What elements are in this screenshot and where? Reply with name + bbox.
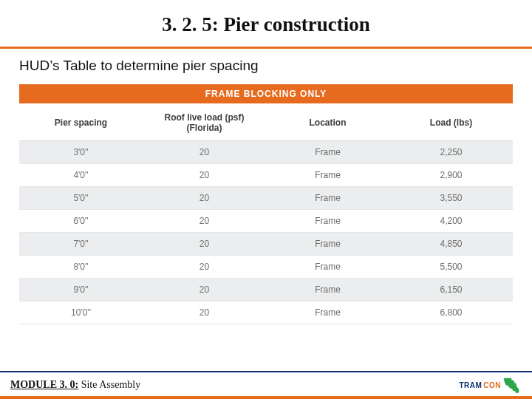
table-banner: FRAME BLOCKING ONLY <box>19 84 513 105</box>
table-row: 9'0'' 20 Frame 6,150 <box>19 279 513 301</box>
title-area: 3. 2. 5: Pier construction <box>0 0 532 42</box>
table-row: 10'0'' 20 Frame 6,800 <box>19 301 513 324</box>
table-header-row: Pier spacing Roof live load (psf) (Flori… <box>19 105 513 141</box>
cell: Frame <box>266 301 389 324</box>
cell: 5,500 <box>389 256 513 279</box>
footer: MODULE 3. 0: Site Assembly TRAMCON <box>0 371 532 399</box>
cell: 6,800 <box>389 301 513 324</box>
cell: Frame <box>266 164 389 187</box>
logo-text-b: CON <box>483 381 501 389</box>
cell: 7'0'' <box>19 233 143 256</box>
cell: 9'0'' <box>19 279 143 301</box>
cell: 20 <box>143 141 266 164</box>
col-header: Location <box>266 105 389 141</box>
cell: Frame <box>266 141 389 164</box>
subtitle: HUD’s Table to determine pier spacing <box>19 58 513 74</box>
cell: 5'0'' <box>19 187 143 210</box>
cell: Frame <box>266 279 389 301</box>
cell: 3,550 <box>389 187 513 210</box>
cell: 4,850 <box>389 233 513 256</box>
logo: TRAMCON <box>459 376 522 394</box>
table-row: 5'0'' 20 Frame 3,550 <box>19 187 513 210</box>
footer-bar: MODULE 3. 0: Site Assembly TRAMCON <box>0 371 532 396</box>
table-row: 6'0'' 20 Frame 4,200 <box>19 210 513 233</box>
cell: 20 <box>143 210 266 233</box>
cell: 20 <box>143 164 266 187</box>
florida-icon <box>502 376 522 394</box>
cell: 4'0'' <box>19 164 143 187</box>
module-suffix: Site Assembly <box>78 379 140 390</box>
table-row: 4'0'' 20 Frame 2,900 <box>19 164 513 187</box>
cell: Frame <box>266 233 389 256</box>
cell: 4,200 <box>389 210 513 233</box>
cell: 20 <box>143 256 266 279</box>
module-prefix: MODULE 3. 0: <box>10 379 78 390</box>
cell: 3'0'' <box>19 141 143 164</box>
table-row: 7'0'' 20 Frame 4,850 <box>19 233 513 256</box>
module-label: MODULE 3. 0: Site Assembly <box>10 379 140 391</box>
footer-underline <box>0 396 532 399</box>
cell: 8'0'' <box>19 256 143 279</box>
col-header: Pier spacing <box>19 105 143 141</box>
slide: 3. 2. 5: Pier construction HUD’s Table t… <box>0 0 532 399</box>
slide-title: 3. 2. 5: Pier construction <box>0 13 532 36</box>
col-header: Roof live load (psf) (Florida) <box>143 105 266 141</box>
table-row: 8'0'' 20 Frame 5,500 <box>19 256 513 279</box>
cell: Frame <box>266 256 389 279</box>
cell: 20 <box>143 233 266 256</box>
col-header: Load (lbs) <box>389 105 513 141</box>
cell: 6,150 <box>389 279 513 301</box>
cell: 6'0'' <box>19 210 143 233</box>
pier-spacing-table: FRAME BLOCKING ONLY Pier spacing Roof li… <box>19 84 513 324</box>
cell: 2,250 <box>389 141 513 164</box>
cell: 20 <box>143 279 266 301</box>
content-area: HUD’s Table to determine pier spacing FR… <box>0 49 532 399</box>
logo-text-a: TRAM <box>459 381 482 389</box>
cell: 10'0'' <box>19 301 143 324</box>
table-row: 3'0'' 20 Frame 2,250 <box>19 141 513 164</box>
cell: 20 <box>143 301 266 324</box>
cell: Frame <box>266 187 389 210</box>
cell: Frame <box>266 210 389 233</box>
cell: 2,900 <box>389 164 513 187</box>
data-table: Pier spacing Roof live load (psf) (Flori… <box>19 105 513 324</box>
cell: 20 <box>143 187 266 210</box>
